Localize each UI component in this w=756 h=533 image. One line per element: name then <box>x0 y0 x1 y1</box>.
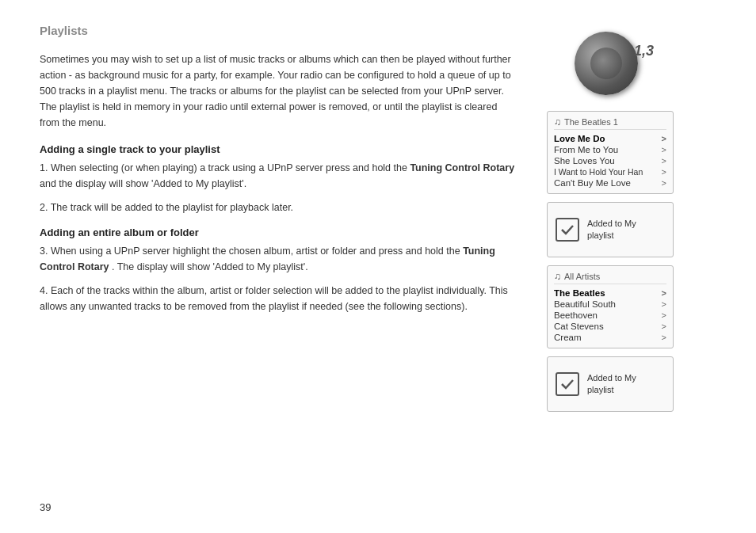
dial-illustration: 1,3 <box>575 32 646 95</box>
row-arrow: > <box>662 310 666 320</box>
screen-header-1: ♫ The Beatles 1 <box>554 116 666 130</box>
screen-box-1: ♫ The Beatles 1 Love Me Do > From Me to … <box>547 111 674 194</box>
list-item: 1. When selecting (or when playing) a tr… <box>40 160 515 192</box>
row-arrow: > <box>662 167 666 177</box>
item-text-before: When selecting (or when playing) a track… <box>51 162 410 173</box>
page-number: 39 <box>40 501 51 513</box>
row-label: She Loves You <box>554 156 615 166</box>
item-text-after: and the display will show 'Added to My p… <box>40 178 246 189</box>
music-icon-1: ♫ <box>554 116 561 128</box>
screen-row: From Me to You > <box>554 144 666 155</box>
item-text: Each of the tracks within the album, art… <box>40 285 508 312</box>
screen-row: She Loves You > <box>554 155 666 166</box>
row-arrow: > <box>662 322 666 331</box>
screen-row: Cat Stevens > <box>554 321 666 332</box>
list-item: 3. When using a UPnP server highlight th… <box>40 243 515 275</box>
confirm-box-1: Added to My playlist <box>547 202 674 257</box>
row-label: Beethoven <box>554 310 598 320</box>
row-label: Beautiful South <box>554 299 616 309</box>
row-arrow: > <box>662 299 666 309</box>
main-content: Playlists Sometimes you may wish to set … <box>40 24 531 509</box>
page: Playlists Sometimes you may wish to set … <box>0 0 756 533</box>
checkmark-icon-1 <box>556 218 579 242</box>
screen-row: Can't Buy Me Love > <box>554 177 666 188</box>
body-paragraph: Sometimes you may wish to set up a list … <box>40 51 515 131</box>
row-arrow: > <box>662 156 666 166</box>
section-heading-1: Adding a single track to your playlist <box>40 143 515 155</box>
row-arrow: > <box>662 288 666 298</box>
item-number: 1. <box>40 162 51 173</box>
music-icon-2: ♫ <box>554 271 561 282</box>
confirm-text-1: Added to My playlist <box>587 218 636 242</box>
screen-row: Beethoven > <box>554 310 666 321</box>
row-label: From Me to You <box>554 145 618 154</box>
page-title: Playlists <box>40 24 515 37</box>
item-text: The track will be added to the playlist … <box>51 202 293 213</box>
item-text-bold: Tuning Control Rotary <box>410 162 514 173</box>
checkmark-icon-2 <box>556 372 579 396</box>
item-number: 4. <box>40 285 51 296</box>
row-label: Can't Buy Me Love <box>554 178 631 188</box>
item-number: 2. <box>40 202 51 213</box>
dial-outer <box>575 32 638 95</box>
item-text-before: When using a UPnP server highlight the c… <box>51 246 463 257</box>
row-arrow: > <box>662 145 666 154</box>
row-label: I Want to Hold Your Han <box>554 167 643 177</box>
screen-row: I Want to Hold Your Han > <box>554 166 666 177</box>
screen-box-2: ♫ All Artists The Beatles > Beautiful So… <box>547 265 674 348</box>
confirm-text-2: Added to My playlist <box>587 372 636 397</box>
row-arrow: > <box>662 134 666 143</box>
screen-header-2: ♫ All Artists <box>554 271 666 284</box>
row-label: Love Me Do <box>554 134 605 143</box>
row-label: The Beatles <box>554 288 605 298</box>
screen-row: Love Me Do > <box>554 133 666 144</box>
section-heading-2: Adding an entire album or folder <box>40 227 515 238</box>
dial-label: 1,3 <box>634 43 654 59</box>
right-panel: 1,3 ♫ The Beatles 1 Love Me Do > From Me… <box>531 24 689 509</box>
right-sections: ♫ The Beatles 1 Love Me Do > From Me to … <box>547 111 674 412</box>
row-label: Cat Stevens <box>554 322 604 331</box>
screen-header-text-1: The Beatles 1 <box>564 117 618 127</box>
item-number: 3. <box>40 246 51 257</box>
dial-inner <box>590 48 622 79</box>
item-text-after: . The display will show 'Added to My pla… <box>112 261 308 272</box>
row-label: Cream <box>554 333 582 342</box>
screen-row: Beautiful South > <box>554 299 666 310</box>
screen-row: The Beatles > <box>554 287 666 299</box>
confirm-box-2: Added to My playlist <box>547 356 674 412</box>
list-item: 4. Each of the tracks within the album, … <box>40 283 515 314</box>
row-arrow: > <box>662 333 666 342</box>
screen-row: Cream > <box>554 332 666 343</box>
row-arrow: > <box>662 178 666 188</box>
list-item: 2. The track will be added to the playli… <box>40 200 515 215</box>
screen-header-text-2: All Artists <box>564 272 600 281</box>
